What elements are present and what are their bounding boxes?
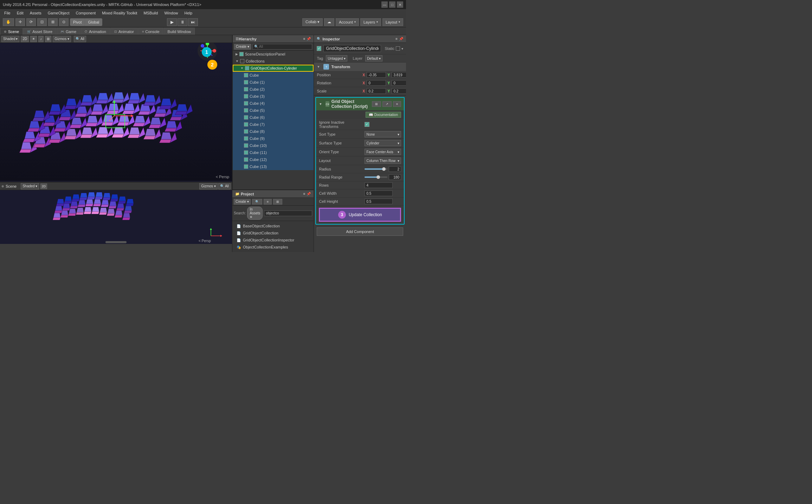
list-item[interactable]: 📄 ObjectCollectionNode [235, 251, 311, 252]
tab-game[interactable]: 🎮 Game [57, 28, 80, 35]
project-grid-button[interactable]: ⊞ [273, 199, 282, 205]
list-item[interactable]: 📄 BaseObjectCollection [235, 222, 311, 230]
gizmos-dropdown[interactable]: Gizmos ▾ [53, 36, 71, 42]
menu-msbuild[interactable]: MSBuild [141, 10, 161, 16]
maximize-button[interactable]: □ [389, 1, 395, 8]
transform-tool-button[interactable]: ⊙ [59, 18, 69, 26]
hierarchy-search-input[interactable] [252, 44, 312, 50]
orient-type-dropdown[interactable]: Face Center Axis ▾ [365, 149, 401, 155]
radius-thumb[interactable] [382, 167, 386, 171]
menu-edit[interactable]: Edit [14, 10, 26, 16]
all-search[interactable]: 🔍 All [74, 36, 86, 42]
rect-tool-button[interactable]: ⊞ [48, 18, 58, 26]
radial-range-slider[interactable] [365, 174, 401, 180]
list-item[interactable]: Cube (13) [233, 163, 314, 170]
2d-button[interactable]: 2D [21, 36, 29, 42]
list-item[interactable]: Cube (7) [233, 121, 314, 128]
tab-animator[interactable]: ⊡ Animator [110, 28, 138, 35]
hier-item-grid-object-collection[interactable]: ▼ GridObjectCollection-Cylinder [233, 65, 314, 72]
lighting-button[interactable]: ☀ [30, 36, 37, 42]
list-item[interactable]: Cube (1) [233, 79, 314, 86]
scale-x-input[interactable] [367, 88, 386, 94]
static-checkbox[interactable] [396, 46, 400, 51]
object-active-checkbox[interactable]: ✓ [317, 46, 321, 51]
script-menu-button[interactable]: ≡ [393, 101, 401, 107]
project-search-button[interactable]: 🔍 [252, 199, 262, 205]
menu-help[interactable]: Help [182, 10, 195, 16]
layer-select[interactable]: Default ▾ [365, 55, 382, 62]
collab-button[interactable]: Collab ▾ [302, 18, 323, 26]
list-item[interactable]: Cube (9) [233, 135, 314, 142]
layout-dropdown[interactable]: Column Then Row ▾ [365, 157, 401, 164]
surface-type-dropdown[interactable]: Cylinder ▾ [365, 140, 401, 146]
mini-2d-button[interactable]: 2D [40, 183, 47, 189]
position-y-input[interactable] [392, 72, 406, 78]
hand-tool-button[interactable]: ✋ [3, 18, 14, 26]
project-sort-button[interactable]: ≡ [264, 199, 272, 205]
scale-y-input[interactable] [392, 88, 406, 94]
menu-component[interactable]: Component [73, 10, 98, 16]
tab-asset-store[interactable]: 🛒 Asset Store [23, 28, 56, 35]
menu-window[interactable]: Window [161, 10, 181, 16]
mini-gizmos-dropdown[interactable]: Gizmos ▾ [199, 183, 218, 189]
tab-scene[interactable]: ⊕ Scene [0, 28, 23, 35]
menu-assets[interactable]: Assets [27, 10, 44, 16]
rotation-x-input[interactable] [367, 80, 386, 86]
list-item[interactable]: Cube (6) [233, 114, 314, 121]
mini-scene-panel[interactable]: ⊕ Scene Shaded ▾ 2D Gizmos ▾ 🔍 All [0, 182, 232, 243]
in-assets-badge[interactable]: In Assets ✕ [247, 207, 263, 220]
documentation-button[interactable]: 📖 Documentation [366, 112, 401, 118]
update-collection-button[interactable]: 3 Update Collection [319, 208, 401, 222]
menu-mixed-reality[interactable]: Mixed Reality Toolkit [99, 10, 140, 16]
close-button[interactable]: ✕ [397, 1, 403, 8]
mini-scene-scrollbar[interactable] [105, 241, 127, 243]
project-create-button[interactable]: Create ▾ [234, 199, 251, 205]
mini-shaded-dropdown[interactable]: Shaded ▾ [21, 183, 39, 189]
hierarchy-create-button[interactable]: Create ▾ [234, 44, 251, 50]
cell-width-input[interactable] [365, 190, 393, 196]
list-item[interactable]: Cube (2) [233, 86, 314, 93]
list-item[interactable]: Cube [233, 72, 314, 79]
list-item[interactable]: Cube (4) [233, 100, 314, 107]
play-button[interactable]: ▶ [167, 18, 177, 26]
shaded-dropdown[interactable]: Shaded ▾ [1, 36, 19, 42]
account-button[interactable]: Account ▾ [336, 18, 359, 26]
tab-console[interactable]: ≡ Console [138, 28, 163, 35]
transform-header[interactable]: ▼ T Transform [314, 63, 406, 71]
radial-range-input[interactable] [389, 174, 401, 180]
script-overflow-button[interactable]: ↗ [382, 101, 392, 107]
hier-item-scene-description[interactable]: ▶ SceneDescriptionPanel [233, 51, 314, 58]
radial-range-thumb[interactable] [376, 175, 380, 179]
list-item[interactable]: Cube (10) [233, 142, 314, 149]
radius-slider[interactable] [365, 166, 401, 172]
project-search-input[interactable] [264, 211, 312, 216]
tag-select[interactable]: Untagged ▾ [326, 55, 347, 62]
list-item[interactable]: 📄 GridObjectCollectionInspector [235, 237, 311, 244]
pause-button[interactable]: ⏸ [178, 18, 187, 26]
rotation-y-input[interactable] [392, 80, 406, 86]
move-tool-button[interactable]: ✛ [15, 18, 25, 26]
add-component-button[interactable]: Add Component [317, 227, 403, 236]
cell-height-input[interactable] [365, 199, 393, 204]
script-settings-button[interactable]: ⊞ [372, 101, 381, 107]
audio-button[interactable]: ♪ [38, 36, 44, 42]
scene-view[interactable]: 1 2 < Persp [0, 43, 232, 182]
list-item[interactable]: Cube (5) [233, 107, 314, 114]
menu-file[interactable]: File [1, 10, 13, 16]
cloud-button[interactable]: ☁ [324, 18, 334, 26]
list-item[interactable]: Cube (3) [233, 93, 314, 100]
tab-animation[interactable]: ⏱ Animation [80, 28, 110, 35]
position-x-input[interactable] [367, 72, 386, 78]
list-item[interactable]: Cube (8) [233, 128, 314, 135]
list-item[interactable]: Cube (12) [233, 156, 314, 163]
hier-item-collections[interactable]: ▼ Collections [233, 58, 314, 65]
radius-input[interactable] [389, 166, 401, 172]
list-item[interactable]: Cube (11) [233, 149, 314, 156]
static-dropdown-arrow[interactable]: ▾ [401, 47, 403, 51]
sort-type-dropdown[interactable]: None ▾ [365, 131, 401, 137]
tab-build-window[interactable]: Build Window [164, 28, 195, 35]
step-button[interactable]: ⏭ [188, 18, 198, 26]
minimize-button[interactable]: — [381, 1, 388, 8]
layout-button[interactable]: Layout ▾ [382, 18, 403, 26]
layers-button[interactable]: Layers ▾ [360, 18, 381, 26]
